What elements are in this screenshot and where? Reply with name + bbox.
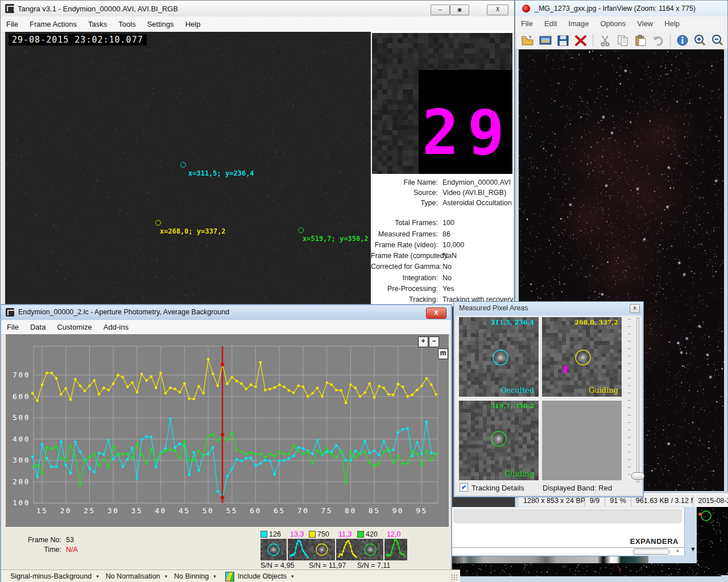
zoom-in-button[interactable]: + [418,336,428,347]
menu-help[interactable]: Help [659,16,685,31]
lightcurve-toolbar: Signal-minus-Background▾ No Normalisatio… [1,569,460,582]
close-button[interactable]: x [630,304,640,313]
snr-value: S/N = 7,11 [357,562,390,569]
tangra-window: Tangra v3.1 - Endymion_00000.AVI, AVI.BI… [0,0,515,307]
menu-tools[interactable]: Tools [113,17,141,32]
target-magnitude: 13,3 [290,530,304,538]
svg-text:15: 15 [36,506,48,515]
menu-customize[interactable]: Customize [51,320,97,335]
zoom-out-icon[interactable] [711,34,725,47]
lightcurve-titlebar[interactable]: Endymion_00000_2.lc - Aperture Photometr… [1,305,451,321]
chevron-down-icon[interactable]: ▾ [291,573,294,579]
info-label: Frame Rate (computed): [371,252,438,260]
slider-thumb[interactable] [631,472,644,480]
paste-icon[interactable] [634,34,647,47]
open-icon[interactable] [521,34,535,47]
info-label: Pre-Processing: [371,285,438,293]
time-value: N/A [66,546,78,554]
info-label: File Name: [371,178,438,186]
include-objects-dropdown[interactable]: Include Objects [238,572,287,580]
star-marker-guiding-1[interactable] [155,220,161,226]
svg-text:35: 35 [131,506,143,515]
scroll-up-icon[interactable]: ▲ [675,547,680,553]
binning-dropdown[interactable]: No Binning [174,572,209,580]
close-button[interactable]: X [426,307,446,319]
minimize-button[interactable]: — [431,5,450,15]
resize-grip[interactable] [451,574,458,581]
scroll-down-icon[interactable]: ▼ [690,546,696,552]
info-label: Integration: [371,274,438,282]
delete-icon[interactable] [574,34,588,47]
target-magnitude: 11,3 [338,530,351,538]
menu-settings[interactable]: Settings [142,17,180,32]
irfanview-titlebar[interactable]: _MG_1273_gxx.jpg - IrfanView (Zoom: 1164… [515,1,727,17]
normalisation-dropdown[interactable]: No Normalisation [106,572,160,580]
undo-icon[interactable] [651,34,665,47]
info-label: Tracking: [371,296,438,304]
slider-track[interactable] [636,318,639,483]
menu-image[interactable]: Image [562,16,594,31]
menu-options[interactable]: Options [595,16,632,31]
tracking-details-checkbox[interactable]: ✔ [460,483,468,492]
displayed-band-label: Displayed Band: Red [543,484,612,492]
tangra-titlebar[interactable]: Tangra v3.1 - Endymion_00000.AVI, AVI.BI… [1,1,514,17]
starfield-strip [452,563,721,576]
maximize-button[interactable]: ▣ [450,5,469,15]
info-value: NaN [442,252,457,260]
svg-text:700: 700 [13,371,30,379]
background-target-dot [698,513,702,516]
dialog-titlebar[interactable]: Measured Pixel Areas x [454,302,643,315]
copy-icon[interactable] [616,34,630,47]
chevron-down-icon[interactable]: ▾ [96,573,99,579]
star-marker-occulted[interactable] [180,162,186,168]
info-value: Asteroidal Occultation [442,199,512,207]
menu-help[interactable]: Help [180,17,206,32]
menu-add-ins[interactable]: Add-ins [98,320,134,335]
menu-file[interactable]: File [1,17,24,32]
menu-file[interactable]: File [515,16,539,31]
svg-text:70: 70 [297,506,309,515]
menu-tasks[interactable]: Tasks [82,17,113,32]
menu-view[interactable]: View [631,16,659,31]
menu-file[interactable]: File [1,320,24,335]
background-document-window: EXPANDERA ▲ [452,508,685,555]
menu-data[interactable]: Data [24,320,51,335]
video-frame[interactable]: 29-08-2015 23:02:10.077 x=311,5; y=236,4… [5,32,371,305]
star-label-guiding-2: x=519,7; y=350,2 [303,235,369,243]
lightcurve-info-panel: Frame No: 53 Time: N/A 126 13,3 S/N = 4,… [6,527,449,569]
dialog-title: Measured Pixel Areas [459,304,528,312]
close-button[interactable]: X [487,5,508,15]
psf-thumb [288,539,311,560]
svg-text:80: 80 [345,506,357,515]
info-value: No [442,274,452,282]
chevron-down-icon[interactable]: ▾ [213,573,216,579]
chevron-down-icon[interactable]: ▾ [165,573,168,579]
frame-no-value: 53 [66,536,74,544]
info-icon[interactable] [676,34,689,47]
svg-text:60: 60 [250,506,262,515]
frame-no-label: Frame No: [17,536,61,544]
info-value: Yes [442,285,454,293]
slideshow-icon[interactable] [539,34,552,47]
tangra-info-panel: File Name: Endymion_00000.AVI Source: Vi… [371,32,513,305]
zoom-in-icon[interactable] [693,34,707,47]
include-objects-icon [225,572,234,581]
expandera-label[interactable]: EXPANDERA [630,537,679,546]
background-windows: EXPANDERA ▲ ▼ [452,507,728,582]
irfanview-menubar: File Edit Image Options View Help [515,16,727,32]
save-icon[interactable] [556,34,570,47]
cut-icon[interactable] [598,34,612,47]
measure-button[interactable]: m [438,348,448,359]
horizontal-scrollbar-thumb[interactable] [633,548,669,555]
measured-pixel-areas-dialog: Measured Pixel Areas x 311,5, 236,4 Occu… [453,301,644,497]
menu-frame-actions[interactable]: Frame Actions [24,17,82,32]
star-marker-guiding-2[interactable] [298,227,304,233]
menu-edit[interactable]: Edit [539,16,562,31]
lightcurve-chart[interactable]: 1520253035404550556065707580859095100200… [6,334,449,527]
irfanview-app-icon [522,5,530,13]
zoom-out-button[interactable]: − [429,336,439,347]
reduction-mode-dropdown[interactable]: Signal-minus-Background [10,572,92,580]
svg-text:300: 300 [13,456,30,464]
pixel-area-guiding-2 [459,401,539,480]
target-magnitude: 12,0 [387,530,400,538]
